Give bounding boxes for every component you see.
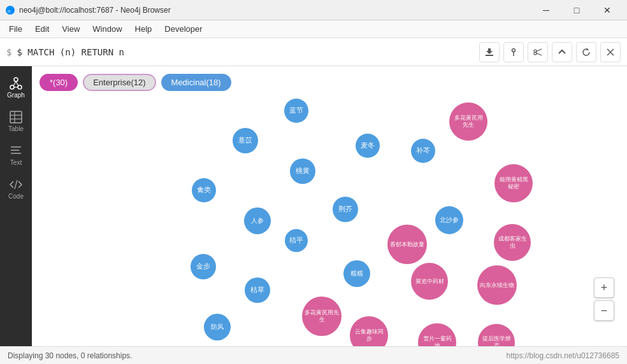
svg-point-14 — [14, 78, 18, 81]
query-prompt: $ — [6, 47, 11, 57]
minimize-button[interactable]: ─ — [531, 0, 561, 20]
refresh-icon — [582, 48, 591, 57]
menu-edit[interactable]: Edit — [29, 22, 55, 36]
sidebar-item-text[interactable]: Text — [2, 139, 30, 171]
graph-node-24[interactable]: 提后医学辨产 — [478, 324, 515, 346]
svg-rect-2 — [486, 55, 493, 56]
sidebar-label-graph: Graph — [7, 92, 25, 99]
graph-node-16[interactable]: 能用黄精黑秘密 — [494, 164, 533, 202]
graph-node-20[interactable]: 向东永续生物 — [477, 265, 517, 305]
graph-node-2[interactable]: 麦冬 — [356, 134, 380, 158]
zoom-in-button[interactable]: + — [594, 277, 614, 298]
main-layout: Graph Table Text Cod — [0, 66, 627, 346]
svg-line-8 — [537, 53, 542, 55]
menu-bar: File Edit View Window Help Developer — [0, 20, 627, 38]
text-icon — [9, 144, 23, 158]
chevron-up-icon — [558, 48, 566, 57]
menu-developer[interactable]: Developer — [158, 22, 208, 36]
graph-node-7[interactable]: 荆芥 — [333, 197, 358, 222]
status-link[interactable]: https://blog.csdn.net/u012736685 — [507, 351, 619, 360]
graph-icon — [9, 76, 23, 90]
query-actions — [479, 42, 621, 62]
sidebar-item-table[interactable]: Table — [2, 105, 30, 137]
sidebar-label-text: Text — [10, 159, 22, 166]
graph-nodes-container: 薏苡麦冬桃黄禽类补芩人参荆芥北沙参桔平金步糯糯枯草防风蒲公英多花黄芪用先生能用黄… — [32, 66, 627, 346]
maximize-button[interactable]: □ — [562, 0, 591, 20]
graph-node-19[interactable]: 展览中药材 — [411, 263, 448, 300]
neo4j-logo-icon: n — [5, 5, 15, 15]
graph-node-9[interactable]: 桔平 — [285, 229, 308, 252]
graph-node-21[interactable]: 多花黄芪用先生 — [302, 297, 342, 336]
menu-view[interactable]: View — [55, 22, 86, 36]
close-icon — [607, 48, 614, 56]
refresh-button[interactable] — [576, 42, 596, 62]
close-query-button[interactable] — [600, 42, 621, 62]
download-button[interactable] — [479, 42, 500, 62]
svg-line-16 — [16, 81, 18, 86]
graph-node-12[interactable]: 枯草 — [245, 277, 270, 303]
graph-node-13[interactable]: 防风 — [204, 314, 231, 340]
svg-rect-18 — [10, 111, 22, 123]
scissors-button[interactable] — [528, 42, 548, 62]
filter-tag-enterprise[interactable]: Enterprise(12) — [83, 74, 155, 91]
graph-node-17[interactable]: 香郁本勤故量 — [387, 225, 427, 264]
up-button[interactable] — [552, 42, 572, 62]
menu-window[interactable]: Window — [86, 22, 128, 36]
status-bar: Displaying 30 nodes, 0 relationships. ht… — [0, 346, 627, 364]
window-title: neo4j@bolt://localhost:7687 - Neo4j Brow… — [19, 6, 171, 15]
code-icon — [9, 178, 23, 192]
svg-line-7 — [537, 49, 542, 52]
graph-node-23[interactable]: 雪片一窗药地 — [418, 323, 456, 346]
sidebar: Graph Table Text Cod — [0, 66, 32, 346]
svg-line-15 — [13, 81, 16, 86]
graph-node-15[interactable]: 多花黄芪用先生 — [449, 102, 487, 141]
graph-node-11[interactable]: 糯糯 — [343, 260, 370, 287]
graph-node-3[interactable]: 桃黄 — [290, 158, 315, 184]
window-controls: ─ □ ✕ — [531, 0, 622, 20]
graph-node-1[interactable]: 薏苡 — [233, 128, 258, 153]
filter-bar: *(30) Enterprise(12) Medicinal(18) — [40, 74, 231, 91]
graph-node-22[interactable]: 云集趣味同步 — [350, 316, 388, 346]
graph-node-4[interactable]: 禽类 — [192, 178, 216, 202]
zoom-out-button[interactable]: − — [594, 300, 614, 321]
status-message: Displaying 30 nodes, 0 relationships. — [8, 351, 132, 360]
close-button[interactable]: ✕ — [593, 0, 622, 20]
svg-point-6 — [534, 52, 537, 55]
query-input[interactable] — [17, 47, 474, 57]
query-bar: $ — [0, 38, 627, 66]
filter-tag-medicinal[interactable]: Medicinal(18) — [161, 74, 231, 91]
svg-text:n: n — [8, 8, 10, 14]
filter-tag-all[interactable]: *(30) — [40, 74, 78, 91]
graph-node-26[interactable]: 蓝节 — [284, 99, 308, 123]
sidebar-item-graph[interactable]: Graph — [2, 71, 30, 104]
svg-point-3 — [512, 48, 515, 52]
table-icon — [9, 110, 23, 124]
zoom-controls: + − — [594, 277, 614, 321]
graph-node-18[interactable]: 成都客家生虫 — [494, 224, 531, 261]
title-bar: n neo4j@bolt://localhost:7687 - Neo4j Br… — [0, 0, 627, 20]
menu-help[interactable]: Help — [129, 22, 159, 36]
scissors-icon — [533, 48, 542, 57]
sidebar-label-table: Table — [8, 125, 24, 132]
graph-node-5[interactable]: 补芩 — [411, 139, 435, 163]
graph-node-8[interactable]: 北沙参 — [435, 206, 463, 234]
svg-line-25 — [15, 180, 17, 189]
graph-area: *(30) Enterprise(12) Medicinal(18) 薏苡麦冬桃… — [32, 66, 627, 346]
menu-file[interactable]: File — [3, 22, 29, 36]
pin-icon — [509, 48, 518, 57]
download-icon — [485, 48, 494, 57]
pin-button[interactable] — [503, 42, 524, 62]
graph-node-6[interactable]: 人参 — [244, 207, 271, 234]
sidebar-label-code: Code — [8, 193, 24, 200]
sidebar-item-code[interactable]: Code — [2, 172, 30, 205]
graph-node-10[interactable]: 金步 — [191, 254, 216, 279]
